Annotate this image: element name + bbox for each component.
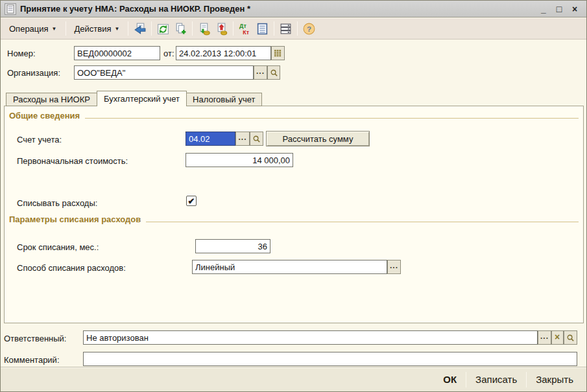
registers-icon [279,22,293,36]
initial-cost-input[interactable] [186,153,293,167]
writeoff-method-select-button[interactable]: ... [387,260,401,274]
toolbar-separator [66,21,66,36]
tab-accounting[interactable]: Бухгалтерский учет [97,91,187,106]
save-button[interactable] [131,20,149,38]
toolbar-separator [151,21,152,36]
calendar-icon [274,49,282,58]
general-group-header: Общие сведения [9,111,579,121]
window-title: Принятие к учету НМА: Расходы на НИОКР. … [20,4,536,14]
writeoff-term-input[interactable] [195,239,270,253]
organization-open-button[interactable] [267,65,280,80]
comment-input[interactable] [83,352,577,366]
calendar-button[interactable] [271,46,285,60]
minimize-button[interactable]: _ [536,2,551,16]
account-open-button[interactable] [250,132,263,146]
chevron-down-icon: ▼ [52,26,57,32]
help-button[interactable]: ? [300,20,318,38]
params-group-header: Параметры списания расходов [9,214,579,224]
magnifier-icon [252,135,261,143]
organization-select-button[interactable]: ... [254,65,267,80]
operation-menu-button[interactable]: Операция ▼ [3,21,63,37]
bottom-button-bar: ОК Записать Закрыть [1,367,586,391]
magnifier-icon [270,69,278,77]
toolbar: Операция ▼ Действия ▼ ДтКт [1,18,586,40]
registers-button[interactable] [277,20,294,38]
responsible-open-button[interactable] [564,330,577,345]
refresh-button[interactable] [154,20,172,38]
responsible-input[interactable] [83,330,538,345]
writeoff-expenses-checkbox[interactable]: ✔ [186,196,197,206]
number-label: Номер: [7,49,36,58]
checkmark-icon: ✔ [188,197,195,205]
dtkt-button[interactable]: ДтКт [236,20,254,38]
actions-menu-button[interactable]: Действия ▼ [69,21,126,37]
comment-label: Комментарий: [4,355,60,365]
account-input[interactable]: 04.02 [186,132,235,146]
svg-text:?: ? [307,25,311,32]
responsible-label: Ответственный: [4,334,66,343]
close-button[interactable]: × [567,2,582,16]
toolbar-separator [274,21,274,36]
svg-text:Кт: Кт [243,29,250,35]
write-button[interactable]: Записать [466,370,526,389]
organization-input[interactable] [74,65,254,80]
tab-strip: Расходы на НИОКР Бухгалтерский учет Нало… [6,91,262,106]
account-label: Счет учета: [17,135,62,144]
toolbar-separator [233,21,234,36]
document-journal-icon [256,22,269,36]
copy-button[interactable] [172,20,189,38]
toolbar-separator [297,21,298,36]
post-document-icon [197,22,211,36]
dt-kt-icon: ДтКт [238,22,252,36]
responsible-select-button[interactable]: ... [538,330,551,345]
maximize-button[interactable]: □ [551,2,567,16]
refresh-icon [156,22,170,36]
writeoff-term-label: Срок списания, мес.: [17,242,99,252]
ok-button[interactable]: ОК [434,370,466,389]
post-document-button[interactable] [195,20,213,38]
document-window: Принятие к учету НМА: Расходы на НИОКР. … [0,0,587,392]
responsible-clear-button[interactable]: × [551,330,564,345]
writeoff-method-label: Способ списания расходов: [17,263,126,273]
title-bar: Принятие к учету НМА: Расходы на НИОКР. … [1,1,586,17]
close-form-button[interactable]: Закрыть [527,370,582,389]
help-icon: ? [302,22,316,36]
chevron-down-icon: ▼ [114,26,119,32]
initial-cost-label: Первоначальная стоимость: [17,156,128,166]
group-rule [146,222,579,222]
copy-add-icon [174,22,187,36]
organization-label: Организация: [7,68,60,78]
unpost-document-button[interactable] [213,20,230,38]
account-select-button[interactable]: ... [235,132,250,146]
tab-niokr-expenses[interactable]: Расходы на НИОКР [6,93,97,106]
writeoff-method-input[interactable] [192,260,387,274]
magnifier-icon [566,334,575,342]
document-icon [5,3,16,15]
writeoff-expenses-label: Списывать расходы: [17,198,97,208]
group-rule [85,118,579,119]
unpost-document-icon [215,22,228,36]
date-input[interactable] [176,46,271,60]
calculate-amount-button[interactable]: Рассчитать сумму [266,131,370,146]
tab-tax[interactable]: Налоговый учет [186,93,262,106]
save-icon [133,22,147,36]
toolbar-separator [128,21,128,36]
document-journal-button[interactable] [254,20,271,38]
number-input[interactable] [74,46,160,60]
date-label: от: [163,49,174,58]
toolbar-separator [192,21,193,36]
